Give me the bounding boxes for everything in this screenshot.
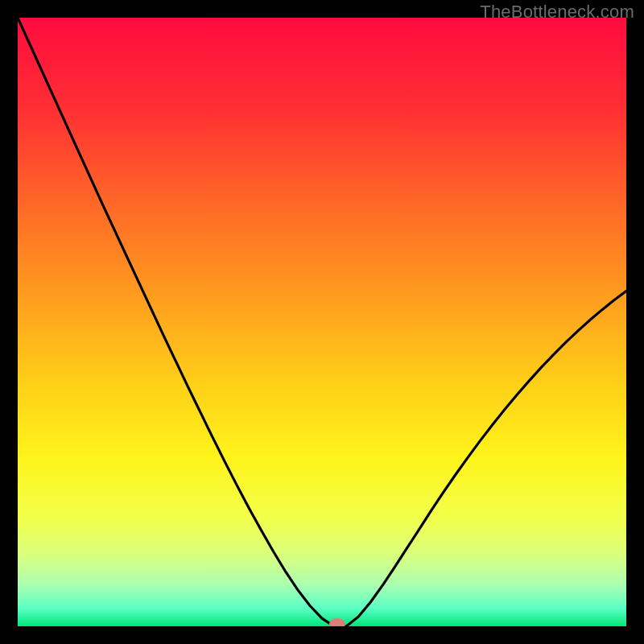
plot-area	[18, 18, 626, 626]
gradient-background	[18, 18, 626, 626]
chart-frame: TheBottleneck.com	[0, 0, 644, 644]
watermark-text: TheBottleneck.com	[480, 2, 634, 23]
chart-svg	[18, 18, 626, 626]
